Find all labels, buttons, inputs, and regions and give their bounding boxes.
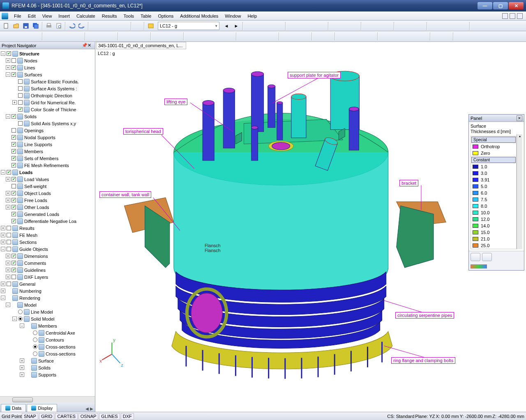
tree-cross2[interactable]: Cross-sections xyxy=(46,351,76,356)
draw-line-icon[interactable] xyxy=(44,32,53,41)
tree-surfaces[interactable]: Surfaces xyxy=(24,72,42,77)
print-preview-icon[interactable] xyxy=(54,21,63,30)
mdi-minimize-icon[interactable] xyxy=(502,13,508,19)
prev-lc-icon[interactable]: ◄ xyxy=(222,21,231,30)
move-icon[interactable] xyxy=(12,32,21,41)
draw-rect-icon[interactable] xyxy=(64,32,73,41)
tool-p-icon[interactable] xyxy=(439,21,448,30)
status-grid[interactable]: GRID xyxy=(39,413,55,420)
display-d-icon[interactable] xyxy=(367,32,376,41)
legend-row[interactable]: 3.91 xyxy=(471,177,516,183)
tree-free[interactable]: Free Loads xyxy=(24,198,47,203)
surface-icon[interactable] xyxy=(87,32,96,41)
menu-table[interactable]: Table xyxy=(137,13,155,19)
status-snap[interactable]: SNAP xyxy=(22,413,38,420)
tree-centroid[interactable]: Centroidal Axe xyxy=(46,330,75,335)
tree-supports-r[interactable]: Supports xyxy=(38,372,56,377)
tool-l-icon[interactable] xyxy=(373,21,382,30)
view-y-icon[interactable] xyxy=(248,32,257,41)
tool-h-icon[interactable] xyxy=(317,21,326,30)
tool-k-icon[interactable] xyxy=(350,21,359,30)
tree-solidmodel[interactable]: Solid Model xyxy=(31,317,54,321)
menu-tools[interactable]: Tools xyxy=(120,13,137,19)
legend-row[interactable]: 7.5 xyxy=(471,196,516,203)
snap-icon[interactable] xyxy=(324,32,333,41)
tree-guide[interactable]: Guide Objects xyxy=(19,247,48,252)
cube-d-icon[interactable] xyxy=(409,32,418,41)
tree-comments[interactable]: Comments xyxy=(24,261,46,266)
zoom-out-icon[interactable] xyxy=(205,32,215,41)
tree-surf-elastic[interactable]: Surface Elastic Founda. xyxy=(31,79,79,84)
load-area-icon[interactable] xyxy=(173,32,182,41)
panel-close-icon[interactable]: ✕ xyxy=(517,115,522,121)
legend-row[interactable]: 5.0 xyxy=(471,183,516,190)
tool-g-icon[interactable] xyxy=(307,21,316,30)
panel-header[interactable]: Panel ✕ xyxy=(469,115,524,122)
navigator-tree[interactable]: −Structure +Nodes +Lines −Surfaces Surfa… xyxy=(0,49,95,396)
misc-f-icon[interactable] xyxy=(485,32,494,41)
navigator-tab-display[interactable]: Display xyxy=(27,404,57,412)
shaded-icon[interactable] xyxy=(291,32,300,41)
panel-colorbar-icon[interactable] xyxy=(471,264,487,269)
tool-a-icon[interactable] xyxy=(245,21,254,30)
tree-solids-r[interactable]: Solids xyxy=(38,365,51,370)
select-icon[interactable] xyxy=(2,32,11,41)
cube-c-icon[interactable] xyxy=(399,32,408,41)
minimize-button[interactable]: — xyxy=(478,2,492,9)
menu-results[interactable]: Results xyxy=(99,13,120,19)
tree-contours[interactable]: Contours xyxy=(46,337,64,342)
tree-sets[interactable]: Sets of Members xyxy=(24,156,58,161)
node-icon[interactable] xyxy=(472,21,481,30)
tool-r-icon[interactable] xyxy=(459,21,468,30)
status-cartes[interactable]: CARTES xyxy=(55,413,77,420)
legend-row[interactable]: 10.0 xyxy=(471,209,516,216)
menu-additional-modules[interactable]: Additional Modules xyxy=(177,13,221,19)
tree-general[interactable]: General xyxy=(19,282,35,287)
legend-row[interactable]: 21.0 xyxy=(471,236,516,242)
tree-dxf[interactable]: DXF Layers xyxy=(24,275,48,280)
status-glines[interactable]: GLINES xyxy=(99,413,120,420)
tree-surf-ortho[interactable]: Orthotropic Direction xyxy=(31,93,72,98)
misc-e-icon[interactable] xyxy=(475,32,484,41)
tool-f-icon[interactable] xyxy=(298,21,307,30)
view-z-icon[interactable] xyxy=(258,32,267,41)
legend-row[interactable]: 8.0 xyxy=(471,203,516,209)
menu-help[interactable]: Help xyxy=(244,13,260,19)
display-b-icon[interactable] xyxy=(347,32,356,41)
release-icon[interactable] xyxy=(140,32,149,41)
viewport-tab[interactable]: 345-1001-01_r0_n0_d_comments_en, L... xyxy=(96,42,186,49)
tree-members[interactable]: Members xyxy=(24,149,43,154)
opening-icon[interactable] xyxy=(107,32,116,41)
tree-surf-grid[interactable]: Grid for Numerical Re. xyxy=(31,100,76,105)
undo-icon[interactable] xyxy=(67,21,76,30)
tree-members-r[interactable]: Members xyxy=(38,324,57,328)
tree-rendering[interactable]: Rendering xyxy=(19,296,40,301)
tree-obj[interactable]: Object Loads xyxy=(24,191,51,196)
navigator-hscroll[interactable] xyxy=(0,396,95,403)
iso-view-icon[interactable] xyxy=(363,21,372,30)
pan-icon[interactable] xyxy=(225,32,234,41)
tree-linemodel[interactable]: Line Model xyxy=(31,310,53,314)
view-iso-icon[interactable] xyxy=(268,32,277,41)
tool-c-icon[interactable] xyxy=(265,21,274,30)
status-osnap[interactable]: OSNAP xyxy=(78,413,99,420)
tree-solidaxis[interactable]: Solid Axis Systems x,y xyxy=(31,121,76,126)
tool-o-icon[interactable] xyxy=(416,21,425,30)
panel-scrollbar[interactable]: ▴ xyxy=(517,134,522,249)
tree-gen[interactable]: Generated Loads xyxy=(24,212,59,217)
legend-row[interactable]: 3.0 xyxy=(471,170,516,177)
menu-options[interactable]: Options xyxy=(155,13,177,19)
rotate-icon[interactable] xyxy=(21,32,30,41)
legend-row[interactable]: 15.0 xyxy=(471,229,516,236)
menu-calculate[interactable]: Calculate xyxy=(73,13,99,19)
support-icon[interactable] xyxy=(120,32,129,41)
tool-i-icon[interactable] xyxy=(330,21,339,30)
tool-j-icon[interactable] xyxy=(340,21,349,30)
zoom-in-icon[interactable] xyxy=(196,32,205,41)
tool-q-icon[interactable] xyxy=(449,21,458,30)
pin-icon[interactable]: 📌 xyxy=(82,43,88,48)
menu-window[interactable]: Window xyxy=(221,13,244,19)
panel-btn-b[interactable] xyxy=(482,253,492,261)
tree-model[interactable]: Model xyxy=(24,303,37,308)
model-canvas[interactable]: Flansch Flansch x y z xyxy=(95,49,526,412)
